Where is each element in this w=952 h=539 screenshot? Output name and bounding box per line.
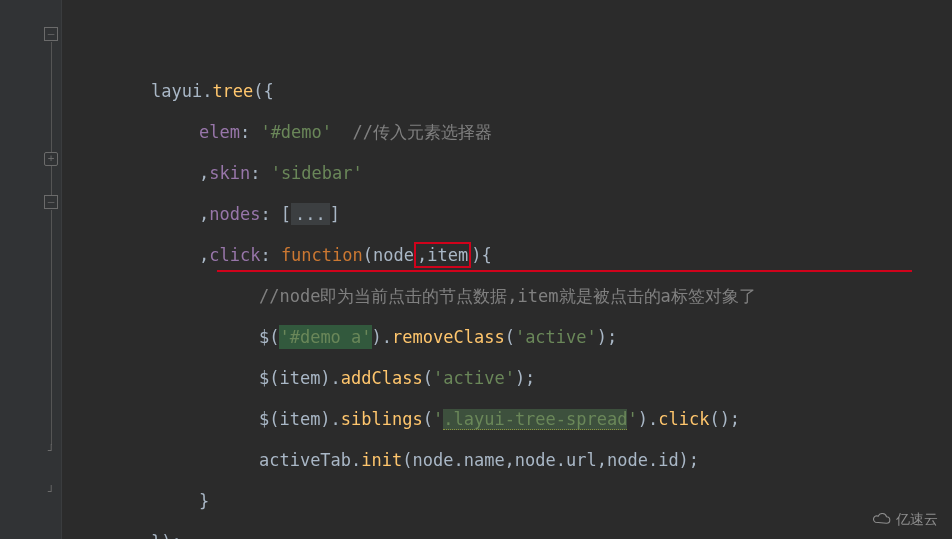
code-line: ,click: function(node,item){ <box>62 194 952 235</box>
code-line: }); <box>62 481 952 522</box>
code-line: activeTab.init(node.name,node.url,node.i… <box>62 399 952 440</box>
code-line: ,skin: 'sidebar' <box>62 112 952 153</box>
code-line: //node即为当前点击的节点数据,item就是被点击的a标签对象了 <box>62 235 952 276</box>
code-line: $(item).addClass('active'); <box>62 317 952 358</box>
code-line: $('#demo a').removeClass('active'); <box>62 276 952 317</box>
code-editor[interactable]: layui.tree({ elem: '#demo' //传入元素选择器 ,sk… <box>62 0 952 522</box>
code-line: $(item).siblings('.layui-tree-spread').c… <box>62 358 952 399</box>
watermark: 亿速云 <box>870 511 938 529</box>
fold-end: ┘ <box>44 445 58 459</box>
watermark-text: 亿速云 <box>896 511 938 529</box>
fold-toggle[interactable]: – <box>44 195 58 209</box>
cloud-icon <box>870 513 892 527</box>
fold-toggle[interactable]: – <box>44 27 58 41</box>
fold-end: ┘ <box>44 486 58 500</box>
code-line: elem: '#demo' //传入元素选择器 <box>62 71 952 112</box>
code-line: } <box>62 440 952 481</box>
code-line: ,nodes: [...] <box>62 153 952 194</box>
code-line: layui.tree({ <box>62 30 952 71</box>
fold-expand[interactable]: + <box>44 152 58 166</box>
annotation-underline <box>217 270 912 272</box>
gutter: – + – ┘ ┘ <box>0 0 62 539</box>
